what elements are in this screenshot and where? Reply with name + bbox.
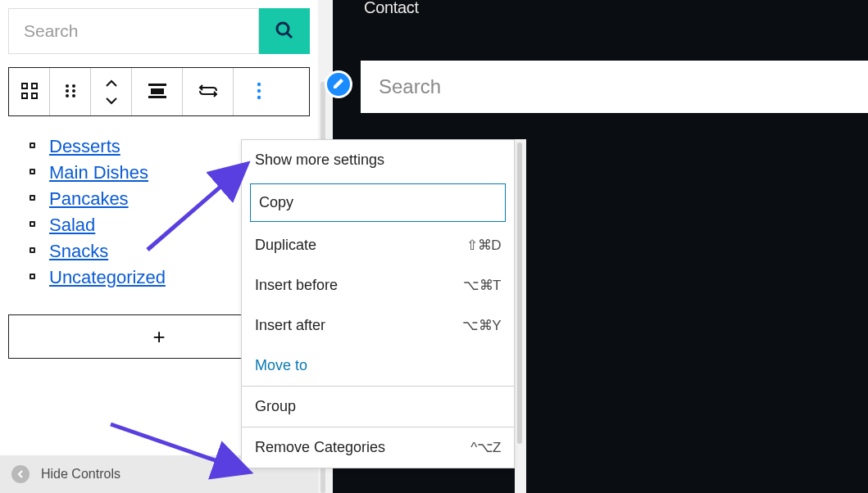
menu-copy[interactable]: Copy [250,183,506,222]
svg-line-1 [287,33,292,38]
align-icon [148,84,166,101]
sidebar-search-input[interactable] [8,8,259,54]
menu-insert-after[interactable]: Insert after⌥⌘Y [242,305,514,346]
svg-point-16 [257,88,261,92]
menu-duplicate[interactable]: Duplicate⇧⌘D [242,225,514,265]
toolbar-drag-handle[interactable] [50,68,91,115]
svg-point-17 [257,95,261,98]
svg-point-0 [277,23,289,34]
svg-point-10 [66,94,69,97]
category-link[interactable]: Desserts [49,136,120,156]
toolbar-align-button[interactable] [132,68,183,115]
shortcut: ^⌥Z [470,439,501,456]
drag-icon [64,84,77,101]
shortcut: ⌥⌘Y [462,317,501,334]
grid-icon [21,83,38,102]
svg-point-11 [72,94,75,97]
menu-move-to[interactable]: Move to [242,346,514,386]
svg-rect-14 [148,96,166,98]
preview-search-input[interactable] [361,61,868,113]
svg-point-15 [257,82,261,85]
swap-icon [198,83,218,102]
menu-show-more-settings[interactable]: Show more settings [242,140,514,180]
plus-icon: + [152,324,165,350]
category-link[interactable]: Snacks [49,241,108,261]
svg-rect-13 [151,88,164,94]
svg-point-7 [72,84,75,88]
dropdown-scrollbar[interactable] [515,139,526,493]
edit-badge[interactable] [325,70,352,98]
search-icon [275,20,294,43]
more-icon [257,82,261,102]
svg-point-8 [66,89,69,93]
preview-nav-item[interactable]: Contact [364,0,419,17]
chevron-up-icon [106,76,117,89]
svg-rect-12 [148,84,166,86]
shortcut: ⌥⌘T [463,277,501,294]
svg-point-6 [66,84,69,88]
pencil-icon [332,77,345,93]
category-link[interactable]: Main Dishes [49,162,148,183]
menu-remove-categories[interactable]: Remove Categories^⌥Z [242,427,514,468]
shortcut: ⇧⌘D [466,237,501,254]
hide-controls-label[interactable]: Hide Controls [41,467,120,482]
svg-rect-5 [32,93,37,98]
toolbar-block-icon-button[interactable] [9,68,50,115]
category-link[interactable]: Pancakes [49,188,129,209]
chevron-down-icon [106,94,117,107]
category-link[interactable]: Uncategorized [49,267,166,287]
category-link[interactable]: Salad [49,215,95,235]
svg-rect-3 [32,84,37,88]
collapse-icon[interactable] [11,465,30,483]
toolbar-move-buttons[interactable] [91,68,132,115]
toolbar-more-button[interactable] [234,68,284,115]
toolbar-transform-button[interactable] [183,68,234,115]
menu-group[interactable]: Group [242,387,514,427]
svg-rect-2 [22,84,27,88]
svg-point-9 [72,89,75,93]
menu-insert-before[interactable]: Insert before⌥⌘T [242,265,514,305]
block-toolbar [8,67,310,116]
svg-rect-4 [22,93,27,98]
block-options-menu: Show more settings Copy Duplicate⇧⌘D Ins… [241,139,515,468]
sidebar-search-button[interactable] [259,8,310,54]
